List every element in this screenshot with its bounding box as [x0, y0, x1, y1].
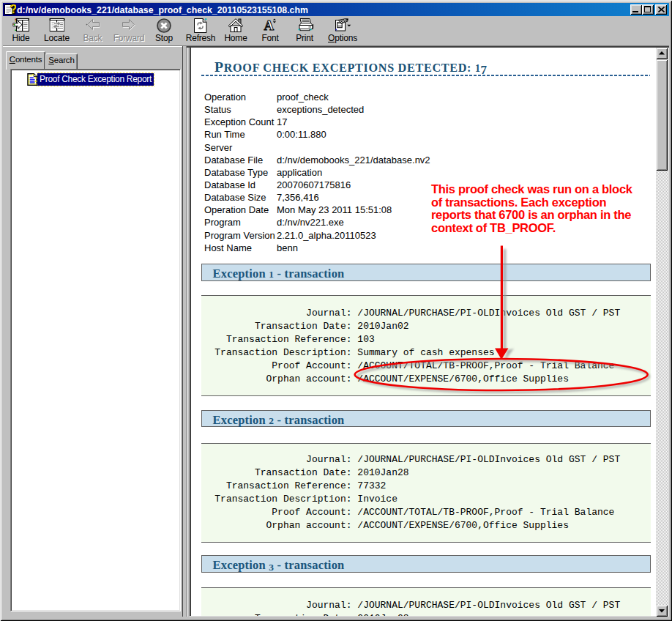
svg-text:A: A [264, 18, 275, 32]
svg-text:?: ? [10, 4, 17, 15]
